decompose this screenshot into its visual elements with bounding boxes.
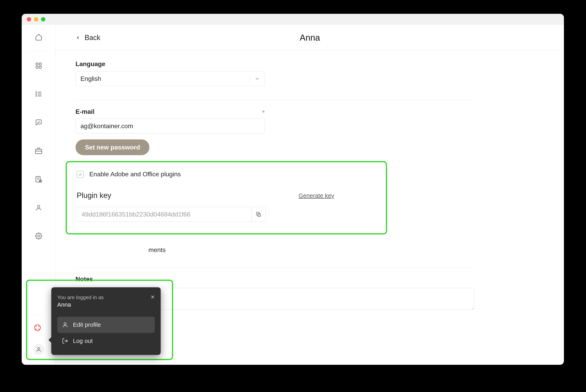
checklist-icon[interactable] bbox=[34, 175, 43, 184]
notes-label: Notes bbox=[76, 276, 544, 283]
mac-titlebar bbox=[22, 14, 564, 25]
svg-rect-1 bbox=[39, 63, 42, 65]
svg-rect-10 bbox=[36, 149, 42, 154]
apps-icon[interactable] bbox=[34, 61, 43, 70]
user-icon bbox=[62, 322, 68, 328]
list-icon[interactable] bbox=[34, 90, 43, 98]
help-icon[interactable] bbox=[33, 324, 42, 332]
gear-icon[interactable] bbox=[34, 232, 43, 240]
back-label: Back bbox=[84, 34, 100, 42]
svg-line-23 bbox=[38, 329, 40, 330]
language-value: English bbox=[80, 75, 101, 82]
svg-point-17 bbox=[38, 235, 40, 237]
popover-close[interactable] bbox=[150, 294, 155, 300]
chevron-left-icon bbox=[76, 35, 80, 40]
svg-line-20 bbox=[35, 325, 36, 327]
svg-point-4 bbox=[36, 92, 36, 92]
sidebar-separator-bottom bbox=[35, 315, 42, 316]
plugin-key-field[interactable]: 49dd186f166351bb2230d04684dd1f66 bbox=[77, 207, 252, 222]
set-new-password-button[interactable]: Set new password bbox=[76, 140, 150, 155]
window-close-dot[interactable] bbox=[27, 17, 31, 22]
email-label: E-mail bbox=[76, 108, 94, 115]
user-icon[interactable] bbox=[34, 203, 43, 212]
svg-line-22 bbox=[35, 329, 36, 330]
app-window: Back Anna Language English bbox=[22, 14, 564, 365]
copy-icon bbox=[255, 211, 262, 218]
page-title: Anna bbox=[300, 33, 320, 42]
svg-point-29 bbox=[64, 322, 66, 325]
profile-popover: You are logged in as Anna Edit profile L… bbox=[51, 287, 161, 355]
obscured-row: ments bbox=[76, 246, 544, 254]
logout-icon bbox=[62, 338, 68, 344]
profile-button[interactable] bbox=[33, 344, 44, 355]
language-label: Language bbox=[76, 60, 265, 68]
log-out-label: Log out bbox=[73, 338, 93, 344]
popover-subtitle: You are logged in as bbox=[57, 294, 155, 300]
svg-point-8 bbox=[36, 96, 36, 96]
chevron-down-icon bbox=[254, 76, 260, 82]
copy-key-button[interactable] bbox=[252, 207, 266, 222]
svg-point-19 bbox=[36, 326, 39, 329]
select-separator bbox=[250, 74, 250, 84]
enable-plugins-checkbox[interactable] bbox=[77, 171, 84, 178]
language-select[interactable]: English bbox=[76, 71, 265, 86]
sidebar-separator bbox=[27, 51, 50, 52]
main-header: Back Anna bbox=[56, 25, 564, 50]
svg-rect-0 bbox=[36, 63, 38, 65]
edit-profile-item[interactable]: Edit profile bbox=[57, 317, 155, 333]
enable-plugins-label: Enable Adobe and Office plugins bbox=[89, 170, 181, 178]
check-icon bbox=[78, 172, 82, 176]
svg-rect-2 bbox=[36, 66, 38, 68]
close-icon bbox=[150, 294, 155, 300]
divider bbox=[76, 100, 474, 100]
required-mark: * bbox=[262, 109, 265, 116]
back-button[interactable]: Back bbox=[76, 34, 100, 42]
svg-point-24 bbox=[38, 348, 40, 350]
svg-line-21 bbox=[38, 325, 40, 327]
chat-check-icon[interactable] bbox=[34, 118, 43, 127]
popover-caret bbox=[48, 337, 52, 343]
plugin-key-title: Plugin key bbox=[77, 191, 111, 200]
window-minimize-dot[interactable] bbox=[34, 17, 38, 22]
window-fullscreen-dot[interactable] bbox=[41, 17, 45, 22]
briefcase-icon[interactable] bbox=[34, 146, 43, 155]
svg-point-6 bbox=[36, 94, 36, 94]
svg-point-16 bbox=[38, 205, 40, 208]
plugin-section-highlight: Enable Adobe and Office plugins Plugin k… bbox=[66, 161, 387, 234]
svg-rect-3 bbox=[39, 66, 42, 68]
sidebar bbox=[22, 25, 56, 365]
plugin-key-value: 49dd186f166351bb2230d04684dd1f66 bbox=[82, 211, 190, 218]
log-out-item[interactable]: Log out bbox=[57, 333, 155, 349]
email-input[interactable] bbox=[80, 119, 260, 133]
generate-key-link[interactable]: Generate key bbox=[298, 192, 334, 199]
home-icon[interactable] bbox=[34, 33, 43, 42]
email-field[interactable] bbox=[76, 118, 265, 134]
popover-username: Anna bbox=[57, 301, 155, 308]
edit-profile-label: Edit profile bbox=[73, 322, 101, 328]
